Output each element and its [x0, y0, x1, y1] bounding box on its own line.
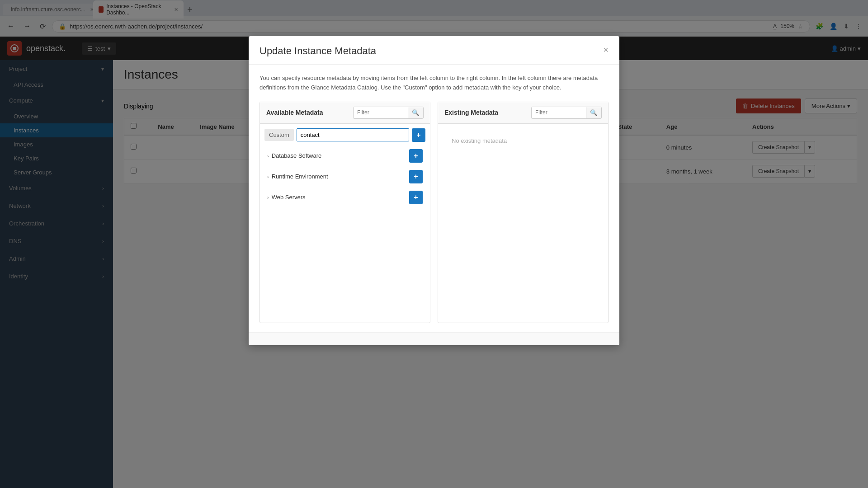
- update-metadata-modal: Update Instance Metadata × You can speci…: [249, 36, 619, 345]
- metadata-columns: Available Metadata 🔍 Custom +: [259, 102, 609, 323]
- modal-footer: [249, 332, 619, 345]
- metadata-item-database-software[interactable]: › Database Software +: [264, 145, 425, 166]
- custom-key-input[interactable]: [297, 128, 409, 141]
- custom-row: Custom +: [264, 128, 425, 142]
- available-metadata-filter-button[interactable]: 🔍: [408, 107, 423, 118]
- runtime-environment-add-button[interactable]: +: [409, 170, 423, 183]
- modal-overlay: Update Instance Metadata × You can speci…: [0, 0, 868, 488]
- runtime-environment-label: Runtime Environment: [272, 173, 328, 180]
- existing-metadata-body: No existing metadata: [438, 124, 608, 323]
- web-servers-chevron-icon: ›: [267, 195, 269, 200]
- web-servers-label: Web Servers: [272, 194, 306, 201]
- existing-metadata-filter-input[interactable]: [532, 107, 586, 118]
- existing-metadata-col: Existing Metadata 🔍 No existing metadata: [438, 102, 609, 323]
- runtime-environment-chevron-icon: ›: [267, 174, 269, 179]
- modal-title: Update Instance Metadata: [259, 45, 376, 57]
- existing-metadata-filter-button[interactable]: 🔍: [586, 107, 601, 118]
- existing-metadata-filter: 🔍: [531, 107, 602, 119]
- modal-body: You can specify resource metadata by mov…: [249, 65, 619, 332]
- database-software-left: › Database Software: [267, 152, 321, 159]
- available-metadata-title: Available Metadata: [266, 109, 323, 116]
- metadata-item-web-servers[interactable]: › Web Servers +: [264, 187, 425, 208]
- available-metadata-body: Custom + › Database Software +: [260, 124, 430, 323]
- metadata-item-runtime-environment[interactable]: › Runtime Environment +: [264, 166, 425, 187]
- existing-metadata-title: Existing Metadata: [444, 109, 498, 116]
- custom-add-button[interactable]: +: [412, 128, 425, 142]
- web-servers-add-button[interactable]: +: [409, 191, 423, 204]
- available-metadata-header: Available Metadata 🔍: [260, 102, 430, 124]
- web-servers-left: › Web Servers: [267, 194, 306, 201]
- runtime-environment-left: › Runtime Environment: [267, 173, 328, 180]
- modal-header: Update Instance Metadata ×: [249, 36, 619, 65]
- database-software-chevron-icon: ›: [267, 153, 269, 159]
- database-software-label: Database Software: [272, 152, 322, 159]
- modal-description: You can specify resource metadata by mov…: [259, 74, 609, 93]
- modal-close-button[interactable]: ×: [603, 45, 609, 54]
- available-metadata-col: Available Metadata 🔍 Custom +: [259, 102, 430, 323]
- database-software-add-button[interactable]: +: [409, 149, 423, 163]
- available-metadata-filter: 🔍: [353, 107, 424, 119]
- existing-metadata-header: Existing Metadata 🔍: [438, 102, 608, 124]
- no-existing-metadata-text: No existing metadata: [443, 128, 604, 153]
- custom-label: Custom: [264, 129, 294, 141]
- available-metadata-filter-input[interactable]: [354, 107, 408, 118]
